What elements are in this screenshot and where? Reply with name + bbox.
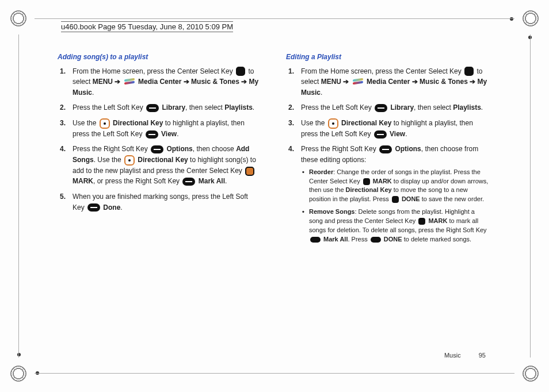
right-soft-key-icon (379, 145, 392, 153)
step-1: From the Home screen, press the Center S… (73, 66, 263, 98)
directional-key-icon (328, 118, 338, 129)
left-soft-key-icon (87, 203, 100, 212)
section-title-edit: Editing a Playlist (286, 52, 491, 63)
right-column: Editing a Playlist From the Home screen,… (286, 52, 491, 249)
right-soft-key-icon (310, 237, 321, 243)
footer-page-number: 95 (479, 352, 486, 359)
directional-key-icon (100, 118, 110, 129)
center-select-key-icon (464, 67, 474, 76)
crop-corner-icon (10, 366, 26, 382)
page-header: u460.book Page 95 Tuesday, June 8, 2010 … (61, 21, 233, 32)
center-select-key-icon (392, 196, 399, 203)
media-center-icon (353, 79, 363, 86)
step-2: Press the Left Soft Key Library, then se… (301, 102, 491, 113)
arrow-icon: ➔ (470, 78, 475, 86)
step-1: From the Home screen, press the Center S… (301, 66, 491, 98)
step-2: Press the Left Soft Key Library, then se… (73, 102, 263, 113)
center-select-key-icon (363, 178, 370, 185)
media-center-icon (124, 79, 135, 86)
bullet-remove: Remove Songs: Delete songs from the play… (309, 207, 489, 244)
directional-key-icon (124, 155, 135, 166)
crop-line (35, 18, 514, 19)
step-5: When you are finished marking songs, pre… (73, 191, 263, 213)
left-soft-key-icon (146, 130, 158, 139)
page-footer: Music 95 (444, 352, 486, 359)
arrow-icon: ➔ (343, 78, 349, 86)
bullet-reorder: Reorder: Change the order of songs in th… (309, 168, 489, 205)
crop-dot-icon (510, 17, 513, 21)
arrow-icon: ➔ (184, 78, 189, 86)
footer-section: Music (444, 352, 461, 359)
crop-dot-icon (17, 353, 21, 356)
crop-corner-icon (523, 366, 539, 382)
arrow-icon: ➔ (412, 78, 418, 86)
step-3: Use the Directional Key to highlight a p… (301, 118, 491, 139)
right-soft-key-icon (182, 178, 195, 186)
crop-line (530, 34, 531, 358)
center-select-key-icon (245, 167, 254, 176)
step-4: Press the Right Soft Key Options, then c… (301, 144, 491, 244)
step-3: Use the Directional Key to highlight a p… (73, 118, 263, 139)
center-select-key-icon (418, 218, 425, 225)
left-soft-key-icon (146, 104, 159, 112)
crop-corner-icon (10, 10, 26, 26)
right-soft-key-icon (151, 145, 163, 153)
arrow-icon: ➔ (115, 78, 120, 86)
left-soft-key-icon (374, 130, 387, 139)
section-title-add: Adding song(s) to a playlist (58, 52, 263, 63)
left-soft-key-icon (371, 237, 381, 243)
crop-corner-icon (523, 10, 539, 26)
left-column: Adding song(s) to a playlist From the Ho… (58, 52, 263, 249)
crop-line (35, 373, 514, 374)
arrow-icon: ➔ (241, 78, 247, 86)
center-select-key-icon (236, 67, 245, 76)
content-columns: Adding song(s) to a playlist From the Ho… (58, 52, 491, 249)
step-4: Press the Right Soft Key Options, then c… (73, 144, 263, 187)
crop-line (18, 34, 19, 358)
left-soft-key-icon (375, 104, 387, 112)
